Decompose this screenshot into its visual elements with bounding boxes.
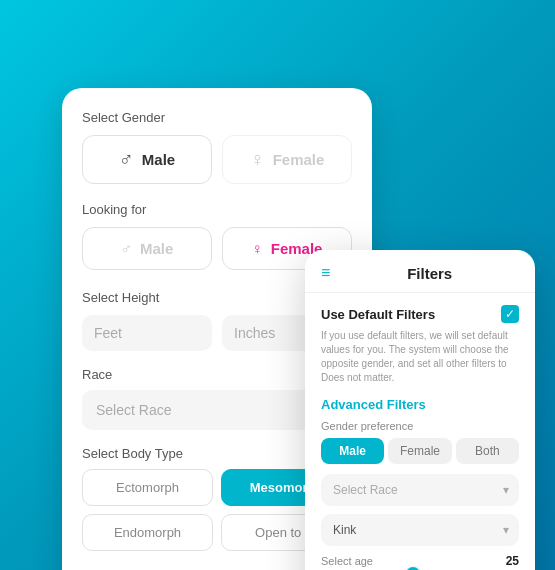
filter-race-placeholder: Select Race: [333, 483, 398, 497]
looking-female-icon: ♀: [252, 240, 263, 257]
filter-race-row: Select Race ▾: [321, 474, 519, 506]
looking-male-icon: ♂: [121, 240, 132, 257]
advanced-filters-label: Advanced Filters: [321, 397, 519, 412]
gender-pref-row: Male Female Both: [321, 438, 519, 464]
filter-ethnicity-placeholder: Kink: [333, 523, 356, 537]
looking-male-label: Male: [140, 240, 173, 257]
select-age-row: Select age 25: [321, 554, 519, 568]
use-default-checkbox[interactable]: ✓: [501, 305, 519, 323]
male-gender-btn[interactable]: ♂ Male: [82, 135, 212, 184]
filter-ethnicity-select[interactable]: Kink: [321, 514, 519, 546]
filter-body: Use Default Filters ✓ If you use default…: [305, 293, 535, 570]
race-placeholder: Select Race: [96, 402, 171, 418]
filter-title: Filters: [340, 265, 519, 282]
select-age-value: 25: [506, 554, 519, 568]
select-age-label: Select age: [321, 555, 373, 567]
use-default-desc: If you use default filters, we will set …: [321, 329, 519, 385]
use-default-label: Use Default Filters: [321, 307, 435, 322]
male-icon: ♂: [119, 148, 134, 171]
use-default-row: Use Default Filters ✓: [321, 305, 519, 323]
feet-select[interactable]: Feet: [82, 315, 212, 351]
gpref-male-btn[interactable]: Male: [321, 438, 384, 464]
ectomorph-btn[interactable]: Ectomorph: [82, 469, 213, 506]
male-label: Male: [142, 151, 175, 168]
ectomorph-label: Ectomorph: [116, 480, 179, 495]
female-icon: ♀: [250, 148, 265, 171]
filter-header: ≡ Filters: [305, 250, 535, 293]
filter-ethnicity-row: Kink ▾: [321, 514, 519, 546]
gpref-both-btn[interactable]: Both: [456, 438, 519, 464]
gender-selection-row: ♂ Male ♀ Female: [82, 135, 352, 184]
feet-label: Feet: [94, 325, 122, 341]
female-gender-btn[interactable]: ♀ Female: [222, 135, 352, 184]
gender-pref-label: Gender preference: [321, 420, 519, 432]
looking-for-label: Looking for: [82, 202, 352, 217]
endomorph-btn[interactable]: Endomorph: [82, 514, 213, 551]
female-label: Female: [273, 151, 325, 168]
inches-label: Inches: [234, 325, 275, 341]
filter-race-select[interactable]: Select Race: [321, 474, 519, 506]
endomorph-label: Endomorph: [114, 525, 181, 540]
menu-icon: ≡: [321, 264, 330, 282]
select-gender-label: Select Gender: [82, 110, 352, 125]
filter-panel: ≡ Filters Use Default Filters ✓ If you u…: [305, 250, 535, 570]
looking-male-btn[interactable]: ♂ Male: [82, 227, 212, 270]
gpref-female-btn[interactable]: Female: [388, 438, 451, 464]
